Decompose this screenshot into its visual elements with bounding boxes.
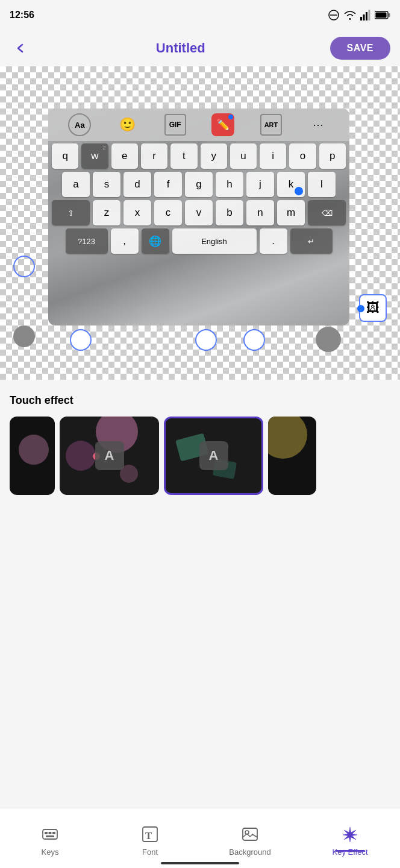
svg-rect-4 xyxy=(366,12,367,20)
svg-rect-10 xyxy=(45,832,48,834)
keyboard-tool-sticker[interactable]: ✏️ xyxy=(211,113,234,136)
nav-keys[interactable]: Keys xyxy=(0,820,100,857)
handle-left-top[interactable] xyxy=(13,256,35,277)
background-icon xyxy=(241,825,259,848)
key-l[interactable]: l xyxy=(308,172,336,197)
key-row-3: ⇧ z x c v b n m ⌫ xyxy=(52,200,346,225)
signal-icon xyxy=(360,10,371,20)
key-t[interactable]: t xyxy=(170,143,197,169)
key-effect-icon xyxy=(341,825,359,848)
key-enter[interactable]: ↵ xyxy=(290,228,333,254)
key-s[interactable]: s xyxy=(93,172,120,197)
keys-icon xyxy=(41,825,59,848)
keyboard-tool-emoji[interactable]: 🙂 xyxy=(117,114,139,136)
svg-rect-2 xyxy=(360,17,362,20)
keys-label: Keys xyxy=(42,848,59,857)
handle-bottom-mid2[interactable] xyxy=(243,329,265,351)
svg-rect-11 xyxy=(49,832,52,834)
nav-font[interactable]: T Font xyxy=(100,820,200,857)
home-indicator xyxy=(161,862,239,864)
key-z[interactable]: z xyxy=(93,200,120,225)
page-title: Untitled xyxy=(156,40,205,56)
key-o[interactable]: o xyxy=(289,143,316,169)
effect-thumbnails: A A xyxy=(10,417,390,495)
key-h[interactable]: h xyxy=(216,172,243,197)
key-space[interactable]: English xyxy=(172,228,257,254)
nav-active-indicator xyxy=(335,850,365,852)
svg-rect-5 xyxy=(369,10,370,20)
key-f[interactable]: f xyxy=(154,172,182,197)
handle-blue-top[interactable] xyxy=(295,187,303,195)
touch-effect-title: Touch effect xyxy=(10,394,390,407)
key-shift[interactable]: ⇧ xyxy=(52,200,90,225)
handle-left-mid[interactable] xyxy=(13,326,35,347)
handle-blue-right[interactable] xyxy=(357,305,364,312)
back-button[interactable] xyxy=(10,37,31,59)
key-d[interactable]: d xyxy=(123,172,151,197)
handle-bottom-right[interactable] xyxy=(316,327,341,352)
key-i[interactable]: i xyxy=(260,143,286,169)
keyboard-toolbar: Aa 🙂 GIF ✏️ ART ··· xyxy=(48,108,349,141)
key-x[interactable]: x xyxy=(123,200,151,225)
keyboard-tool-more[interactable]: ··· xyxy=(308,114,330,136)
svg-rect-12 xyxy=(52,832,55,834)
key-m[interactable]: m xyxy=(277,200,305,225)
keyboard-tool-art[interactable]: ART xyxy=(260,114,282,136)
key-g[interactable]: g xyxy=(185,172,213,197)
svg-rect-3 xyxy=(363,14,365,20)
key-backspace[interactable]: ⌫ xyxy=(308,200,346,225)
key-w[interactable]: w xyxy=(81,143,108,169)
handle-bottom-left[interactable] xyxy=(70,329,92,351)
keyboard: Aa 🙂 GIF ✏️ ART ··· q w e r xyxy=(48,108,349,326)
key-n[interactable]: n xyxy=(246,200,274,225)
key-p[interactable]: p xyxy=(319,143,346,169)
key-j[interactable]: j xyxy=(246,172,274,197)
key-numbers[interactable]: ?123 xyxy=(66,228,108,254)
font-label: Font xyxy=(142,848,158,857)
handle-bottom-mid1[interactable] xyxy=(195,329,217,351)
nav-background[interactable]: Background xyxy=(200,820,300,857)
key-b[interactable]: b xyxy=(216,200,243,225)
background-label: Background xyxy=(229,848,270,857)
key-c[interactable]: c xyxy=(154,200,182,225)
battery-icon xyxy=(375,11,390,19)
dnd-icon xyxy=(328,9,340,21)
canvas-area: 🖼 Aa 🙂 GIF ✏️ ART xyxy=(0,66,400,380)
bottom-nav: Keys T Font Background Key Effect xyxy=(0,808,400,868)
key-y[interactable]: y xyxy=(201,143,227,169)
header: Untitled SAVE xyxy=(0,30,400,66)
key-v[interactable]: v xyxy=(185,200,213,225)
keyboard-tool-gif[interactable]: GIF xyxy=(164,114,186,136)
key-e[interactable]: e xyxy=(111,143,138,169)
save-button[interactable]: SAVE xyxy=(330,37,390,60)
effect-thumb-1[interactable]: A xyxy=(60,417,159,495)
svg-rect-7 xyxy=(389,13,390,17)
font-icon: T xyxy=(141,825,159,848)
key-a[interactable]: a xyxy=(62,172,90,197)
status-time: 12:56 xyxy=(10,10,34,20)
key-effect-label: Key Effect xyxy=(332,848,367,857)
keyboard-tool-aa[interactable]: Aa xyxy=(68,113,91,136)
svg-rect-8 xyxy=(376,13,387,18)
thumb2-letter: A xyxy=(199,441,228,470)
content-spacer xyxy=(0,505,400,728)
effect-thumb-0[interactable] xyxy=(10,417,55,495)
effect-thumb-3[interactable] xyxy=(268,417,316,495)
status-bar: 12:56 xyxy=(0,0,400,30)
key-row-1: q w e r t y u i o p xyxy=(52,143,346,169)
wifi-icon xyxy=(343,10,357,20)
svg-rect-16 xyxy=(243,828,257,840)
status-icons xyxy=(328,9,390,21)
key-u[interactable]: u xyxy=(230,143,257,169)
nav-key-effect[interactable]: Key Effect xyxy=(300,820,400,857)
key-comma[interactable]: , xyxy=(111,228,139,254)
svg-text:T: T xyxy=(145,830,152,841)
key-q[interactable]: q xyxy=(52,143,78,169)
key-period[interactable]: . xyxy=(260,228,287,254)
key-globe[interactable]: 🌐 xyxy=(142,228,169,254)
thumb1-letter: A xyxy=(95,441,124,470)
key-row-4: ?123 , 🌐 English . ↵ xyxy=(52,228,346,254)
effect-thumb-2[interactable]: A xyxy=(164,417,263,495)
key-r[interactable]: r xyxy=(141,143,167,169)
keyboard-keys: q w e r t y u i o p a s d f g h j k xyxy=(48,141,349,259)
